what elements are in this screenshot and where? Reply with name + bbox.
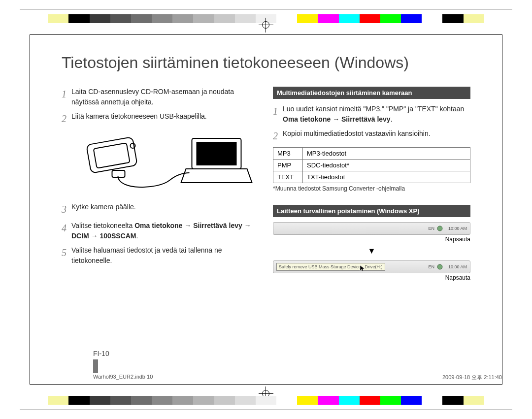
page-title: Tietostojen siirtäminen tietokoneeseen (… (62, 54, 470, 72)
table-row: MP3MP3-tiedostot (273, 148, 470, 160)
color-calibration-bar (27, 396, 505, 405)
step-number: 4 (62, 221, 71, 241)
right-column: Multimediatiedostojen siirtäminen kamera… (273, 87, 470, 285)
cursor-icon (360, 265, 366, 272)
taskbar-clock: 10:00 AM (448, 226, 467, 231)
page-number: FI-10 (93, 350, 109, 373)
taskbar-clock: 10:00 AM (448, 264, 467, 269)
step-number: 2 (62, 111, 71, 126)
section-heading: Laitteen turvallinen poistaminen (Window… (273, 205, 470, 217)
step-text: Valitse tietokoneelta Oma tietokone → Si… (71, 221, 259, 241)
file-name: Warhol93_EUR2.indb 10 (93, 374, 153, 381)
step-number: 2 (273, 129, 283, 143)
section-heading: Multimediatiedostojen siirtäminen kamera… (273, 87, 470, 99)
step-text: Liitä kamera tietokoneeseen USB-kaapelil… (71, 111, 259, 126)
click-caption: Napsauta (273, 274, 470, 281)
taskbar-screenshot: Safely remove USB Mass Storage Device - … (273, 260, 470, 273)
safely-remove-icon (436, 263, 443, 270)
step-text: Kytke kamera päälle. (71, 202, 259, 217)
step-text: Laita CD-asennuslevy CD-ROM-asemaan ja n… (71, 87, 259, 107)
crop-marks-bottom (0, 396, 532, 419)
click-caption: Napsauta (273, 236, 470, 243)
file-timestamp: 2009-09-18 오후 2:11:40 (442, 374, 502, 381)
safely-remove-popup: Safely remove USB Mass Storage Device - … (276, 263, 385, 271)
file-type-table: MP3MP3-tiedostot PMPSDC-tiedostot* TEXTT… (273, 147, 470, 183)
step-text: Luo uudet kansiot nimeltä "MP3," "PMP" j… (283, 104, 470, 125)
page-content: Tietostojen siirtäminen tietokoneeseen (… (30, 34, 502, 385)
table-row: TEXTTXT-tiedostot (273, 171, 470, 183)
step-number: 1 (62, 87, 71, 107)
step-number: 5 (62, 245, 71, 266)
table-footnote: *Muunna tiedostot Samsung Converter -ohj… (273, 185, 470, 192)
arrow-down-icon: ▼ (273, 247, 470, 256)
tray-language: EN (428, 226, 434, 231)
svg-rect-0 (86, 137, 137, 173)
svg-rect-4 (197, 142, 236, 165)
svg-point-2 (131, 143, 135, 148)
step-text: Valitse haluamasi tiedostot ja vedä tai … (71, 245, 259, 266)
registration-mark (259, 18, 273, 32)
step-number: 1 (273, 104, 283, 125)
tray-language: EN (428, 264, 434, 269)
camera-laptop-illustration (75, 131, 259, 195)
left-column: 1 Laita CD-asennuslevy CD-ROM-asemaan ja… (62, 87, 259, 285)
step-text: Kopioi multimediatiedostot vastaaviin ka… (283, 129, 470, 143)
svg-rect-5 (112, 170, 125, 177)
taskbar-screenshot: EN 10:00 AM (273, 222, 470, 235)
svg-point-6 (437, 226, 442, 231)
step-number: 3 (62, 202, 71, 217)
file-metadata: Warhol93_EUR2.indb 10 2009-09-18 오후 2:11… (62, 374, 532, 381)
svg-rect-1 (94, 143, 130, 168)
svg-point-7 (437, 264, 442, 269)
table-row: PMPSDC-tiedostot* (273, 160, 470, 171)
safely-remove-icon (436, 225, 443, 232)
